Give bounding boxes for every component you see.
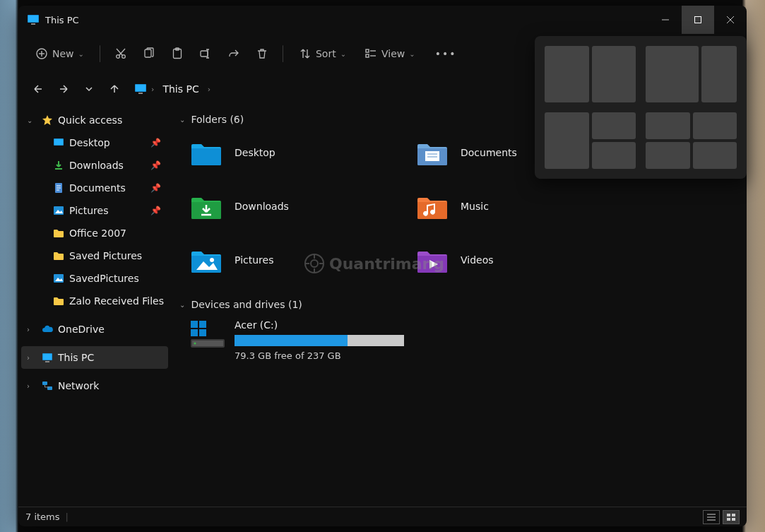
chevron-down-icon: ⌄ (78, 50, 84, 58)
svg-rect-20 (366, 54, 369, 57)
snap-zone[interactable] (646, 46, 699, 102)
sidebar-item-savedpictures[interactable]: SavedPictures (21, 267, 168, 290)
document-icon (52, 182, 65, 194)
downloads-folder-icon (189, 189, 223, 223)
svg-point-45 (210, 258, 214, 262)
svg-rect-60 (732, 518, 735, 521)
music-folder-icon (415, 189, 449, 223)
svg-rect-4 (695, 17, 701, 23)
sidebar-item-desktop[interactable]: Desktop 📌 (21, 131, 168, 154)
chevron-down-icon: ⌄ (409, 50, 415, 58)
sidebar-item-zalo[interactable]: Zalo Received Files (21, 290, 168, 312)
snap-zone[interactable] (646, 142, 690, 169)
snap-zone[interactable] (693, 142, 737, 169)
sidebar-onedrive[interactable]: › OneDrive (21, 318, 168, 341)
snap-zone[interactable] (545, 46, 589, 102)
svg-rect-41 (425, 151, 439, 161)
drive-free-text: 79.3 GB free of 237 GB (235, 350, 404, 361)
svg-rect-27 (54, 139, 63, 145)
folder-label: Pictures (235, 254, 273, 266)
sort-button[interactable]: Sort ⌄ (290, 41, 355, 66)
folder-downloads[interactable]: Downloads (189, 189, 415, 223)
sidebar-item-pictures[interactable]: Pictures 📌 (21, 199, 168, 222)
snap-layout-2col (545, 46, 636, 102)
snap-layout-6040 (646, 46, 737, 102)
minimize-button[interactable] (649, 6, 682, 34)
delete-button[interactable] (249, 41, 275, 66)
folder-videos[interactable]: Videos (415, 243, 641, 277)
chevron-right-icon: › (27, 354, 37, 362)
nav-arrows (27, 78, 126, 100)
copy-button[interactable] (136, 41, 162, 66)
details-view-button[interactable] (703, 510, 720, 524)
folder-label: Music (461, 201, 489, 212)
paste-button[interactable] (164, 41, 191, 66)
forward-button[interactable] (52, 78, 75, 100)
svg-point-62 (311, 260, 318, 267)
snap-zone[interactable] (646, 112, 690, 139)
rename-icon (199, 47, 212, 60)
back-button[interactable] (27, 78, 49, 100)
snap-zone[interactable] (545, 112, 589, 169)
sort-label: Sort (316, 48, 336, 59)
sidebar-item-label: This PC (58, 352, 94, 363)
item-count: 7 items (25, 512, 60, 522)
share-button[interactable] (220, 41, 247, 66)
tiles-view-button[interactable] (723, 510, 740, 524)
window-controls (649, 6, 747, 34)
new-button[interactable]: New ⌄ (27, 41, 93, 66)
chevron-right-icon: › (208, 85, 210, 94)
sidebar-quick-access[interactable]: ⌄ Quick access (21, 109, 168, 131)
drive-info: Acer (C:) 79.3 GB free of 237 GB (235, 319, 404, 361)
more-button[interactable]: ••• (428, 41, 464, 66)
sidebar-item-label: SavedPictures (69, 273, 139, 284)
svg-rect-57 (727, 514, 730, 516)
this-pc-icon (27, 13, 40, 26)
sidebar-item-label: Zalo Received Files (69, 295, 164, 307)
chevron-right-icon: › (27, 382, 37, 390)
this-pc-icon (134, 83, 147, 95)
folder-music[interactable]: Music (415, 189, 641, 223)
plus-circle-icon (35, 47, 48, 60)
snap-zone[interactable] (701, 46, 737, 102)
sidebar-network[interactable]: › Network (21, 374, 168, 397)
folder-label: Desktop (235, 147, 275, 158)
new-label: New (52, 48, 74, 59)
drive-name: Acer (C:) (235, 319, 404, 331)
this-pc-icon (41, 351, 54, 364)
maximize-button[interactable] (682, 6, 714, 34)
breadcrumb-this-pc[interactable]: This PC (158, 81, 203, 97)
snap-layouts-flyout (535, 36, 747, 179)
recent-button[interactable] (78, 78, 100, 100)
up-button[interactable] (103, 78, 126, 100)
group-label: Devices and drives (1) (191, 299, 302, 310)
snap-zone[interactable] (592, 46, 636, 102)
view-button[interactable]: View ⌄ (356, 41, 424, 66)
sidebar-item-documents[interactable]: Documents 📌 (21, 177, 168, 199)
separator (283, 45, 283, 62)
drives-group-header[interactable]: ⌄ Devices and drives (1) (179, 294, 738, 315)
sidebar-item-downloads[interactable]: Downloads 📌 (21, 154, 168, 177)
folder-label: Videos (461, 254, 494, 266)
rename-button[interactable] (192, 41, 219, 66)
sidebar-item-office2007[interactable]: Office 2007 (21, 222, 168, 244)
pin-icon: 📌 (150, 138, 161, 148)
sidebar-item-label: Desktop (69, 137, 110, 148)
folder-desktop[interactable]: Desktop (189, 136, 415, 170)
sidebar-item-label: OneDrive (58, 324, 105, 335)
sort-icon (299, 47, 312, 60)
snap-zone[interactable] (693, 112, 737, 139)
snap-zone[interactable] (592, 142, 636, 169)
sidebar-item-saved-pictures[interactable]: Saved Pictures (21, 244, 168, 267)
star-icon (41, 114, 54, 126)
drive-c[interactable]: Acer (C:) 79.3 GB free of 237 GB (179, 315, 738, 361)
cut-button[interactable] (107, 41, 134, 66)
sidebar-this-pc[interactable]: › This PC (21, 346, 168, 369)
pin-icon: 📌 (150, 160, 161, 170)
sidebar-item-label: Network (58, 380, 99, 391)
folder-icon (52, 295, 65, 307)
chevron-right-icon: › (27, 326, 37, 333)
snap-zone[interactable] (592, 112, 636, 139)
close-button[interactable] (714, 6, 747, 34)
chevron-down-icon: ⌄ (340, 50, 346, 58)
